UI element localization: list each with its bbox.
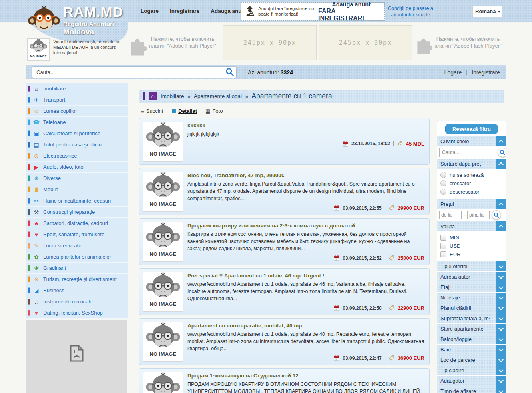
sidebar-category[interactable]: ☎ Telefoane [26, 117, 128, 128]
filter-section-header[interactable]: Suprafața totală a, m² [437, 313, 506, 323]
listing-card[interactable]: NO IMAGE Pret special !! Apartament cu 1… [139, 268, 430, 315]
warning-banner[interactable]: Anunțul fără înregistrare nu poate fi mo… [241, 3, 318, 20]
listing-card[interactable]: NO IMAGE Продам 1-комнатную на Студенчес… [139, 368, 430, 393]
sidebar-category[interactable]: ▤ Totul pentru casă și oficiu [26, 139, 128, 150]
expand-button[interactable] [496, 261, 506, 271]
radio-control[interactable] [440, 172, 446, 178]
language-select[interactable]: Romana ▾ [473, 6, 502, 17]
sidebar-category[interactable]: ✿ Lumea plantelor si animalelor [26, 251, 128, 263]
filter-section-header[interactable]: Balcon/loggie [437, 334, 506, 344]
expand-button[interactable] [496, 303, 506, 313]
expand-button[interactable] [496, 365, 506, 375]
sidebar-category[interactable]: ✂ Haine si incaltaminte, ceasuri [26, 195, 128, 207]
filter-section-header[interactable]: Cuvint cheie [437, 136, 506, 146]
sidebar-category[interactable]: ☺ Lumea copiilor [26, 106, 128, 117]
listing-title[interactable]: Pret special !! Apartament cu 1 odaie, 4… [187, 273, 424, 279]
sidebar-category[interactable]: ♜ Mobila [26, 184, 128, 195]
sidebar-category[interactable]: ❀ Gradinarit [26, 263, 128, 274]
listing-title[interactable]: Bloc nou, Trandafirilor, 47 mp, 29900€ [187, 172, 424, 178]
sidebar-category[interactable]: ♥ Dating, felicitări, SexShop [26, 307, 128, 319]
checkbox-control[interactable] [440, 251, 446, 257]
ad-slot-1[interactable]: 245px x 90px [223, 25, 317, 60]
filter-section-header[interactable]: Stare apartamente [437, 324, 506, 334]
promo-banner[interactable]: NO IMAGE Vinurile moldoveneşti, premiate… [27, 38, 130, 61]
topnav-link-logare[interactable]: Logare [141, 8, 159, 14]
search-button[interactable] [225, 68, 235, 77]
checkbox-option[interactable]: MDL [440, 233, 503, 242]
radio-option[interactable]: crescător [440, 179, 503, 188]
expand-button[interactable] [496, 386, 506, 393]
listing-card[interactable]: NO IMAGE Продаем квартиру или меняем на … [139, 218, 430, 265]
site-logo[interactable]: RAM.MD Registru Anunturi Moldova [26, 2, 130, 42]
search-input[interactable] [32, 66, 237, 78]
ad-slot-2[interactable]: 245px x 90px [319, 25, 412, 60]
radio-option[interactable]: descrescător [440, 188, 503, 196]
header-register-link[interactable]: Inregistrare [472, 69, 500, 76]
sidebar-category[interactable]: ▶ Audio, video, foto [26, 162, 128, 173]
radio-option[interactable]: nu se sortează [440, 171, 503, 179]
sidebar-category[interactable]: ♫ Instrumente muzicale [26, 296, 128, 307]
expand-button[interactable] [496, 334, 506, 344]
reset-filter-button-top[interactable]: Resetează filtru [445, 124, 498, 134]
checkbox-option[interactable]: USD [440, 242, 503, 250]
filter-section-header[interactable]: Nr. etaje [437, 293, 506, 303]
filter-section-header[interactable]: Timp de afişare [437, 386, 506, 393]
radio-control[interactable] [440, 180, 446, 186]
tab-foto[interactable]: ▦ Foto [205, 108, 223, 114]
price-to-input[interactable] [467, 211, 490, 219]
listing-title[interactable]: Apartament cu euroreparatie, mobilat, 40… [187, 323, 424, 329]
sidebar-category[interactable]: ✳ Diverse [26, 173, 128, 184]
filter-keyword-input[interactable] [439, 148, 495, 157]
listing-title[interactable]: Продаем квартиру или меняем на 2-3-х ком… [187, 223, 424, 229]
flash-plugin-right[interactable]: Нажмите, чтобы включить плагин "Adobe Fl… [413, 34, 502, 54]
radio-control[interactable] [440, 189, 446, 195]
collapse-button[interactable] [496, 136, 506, 146]
breadcrumb-link[interactable]: Apartamente si odai [194, 93, 242, 99]
sidebar-category[interactable]: ✎ Lucru si educatie [26, 240, 128, 251]
listing-card[interactable]: NO IMAGE kkkkkk jkjk jk jkjkjkjkjk 23.11… [139, 118, 430, 165]
flash-plugin-left[interactable]: Нажмите, чтобы включить плагин "Adobe Fl… [126, 34, 217, 56]
sidebar-category[interactable]: ♥ Sport, sanatate, frumusete [26, 229, 128, 240]
expand-button[interactable] [496, 313, 506, 323]
sidebar-category[interactable]: ◢ Business [26, 285, 128, 296]
filter-section-header[interactable]: Baie [437, 345, 506, 355]
checkbox-option[interactable]: EUR [440, 250, 503, 259]
add-free-banner[interactable]: Adauga anunt FARA INREGISTRARE [318, 3, 384, 20]
collapse-button[interactable] [496, 199, 506, 209]
filter-section-header[interactable]: Adăugător [437, 376, 506, 386]
expand-button[interactable] [496, 355, 506, 365]
expand-button[interactable] [496, 376, 506, 386]
listing-title[interactable]: kkkkkk [187, 122, 424, 128]
sidebar-category[interactable]: ⚒ Construcții și reparație [26, 207, 128, 218]
breadcrumb-link[interactable]: Imobiliare [161, 93, 184, 99]
checkbox-control[interactable] [440, 235, 446, 241]
filter-section-header[interactable]: Adresa autor [437, 272, 506, 282]
expand-button[interactable] [496, 324, 506, 334]
topnav-link-inregistrare[interactable]: Inregistrare [170, 8, 199, 14]
sidebar-category[interactable]: ✈ Transport [26, 94, 128, 106]
sidebar-category[interactable]: ⌂ Imobiliare [26, 83, 128, 94]
filter-section-header[interactable]: Prețul [437, 199, 506, 209]
sidebar-category[interactable]: ☀ Turism, recreație și divertisment [26, 274, 128, 285]
tab-detaliat[interactable]: ≣ Detaliat [171, 108, 197, 114]
listing-card[interactable]: NO IMAGE Apartament cu euroreparatie, mo… [139, 318, 430, 365]
filter-section-header[interactable]: Tipul ofertei [437, 261, 506, 271]
collapse-button[interactable] [496, 221, 506, 231]
tab-succint[interactable]: ≡ Succint [141, 108, 163, 114]
filter-section-header[interactable]: Tip clădire [437, 365, 506, 375]
conditions-link[interactable]: Condiții de plasare a anunțurilor simple [384, 5, 437, 18]
expand-button[interactable] [496, 272, 506, 282]
checkbox-control[interactable] [440, 243, 446, 249]
filter-section-header[interactable]: Valuta [437, 221, 506, 231]
sidebar-category[interactable]: ♣ Sarbatori, distractie, cadouri [26, 218, 128, 229]
filter-section-header[interactable]: Planul clădirii [437, 303, 506, 313]
expand-button[interactable] [496, 293, 506, 303]
filter-price-search-button[interactable] [492, 210, 501, 220]
filter-section-header[interactable]: Sortare după preț [437, 159, 506, 169]
collapse-button[interactable] [496, 159, 506, 169]
listing-card[interactable]: NO IMAGE Bloc nou, Trandafirilor, 47 mp,… [139, 168, 430, 215]
listing-title[interactable]: Продам 1-комнатную на Студенческой 12 [187, 373, 424, 379]
expand-button[interactable] [496, 345, 506, 355]
price-from-input[interactable] [439, 211, 462, 219]
filter-section-header[interactable]: Etaj [437, 282, 506, 292]
